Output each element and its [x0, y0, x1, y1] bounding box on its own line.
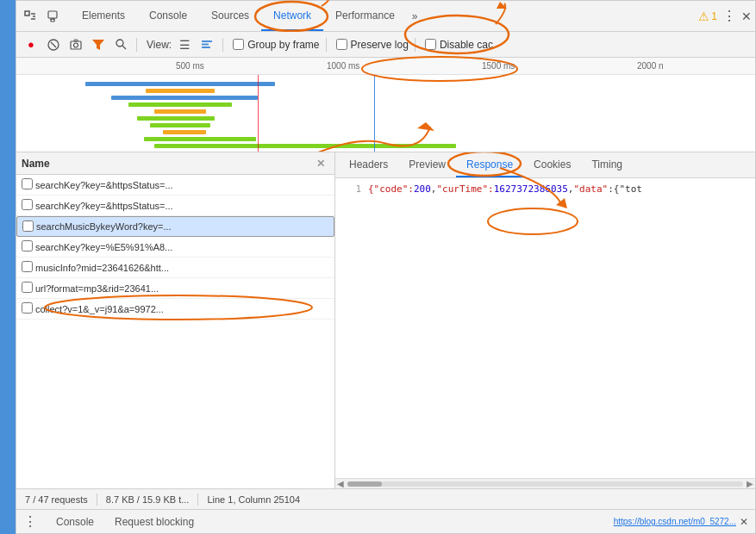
inspect-icon[interactable]: [20, 6, 41, 27]
console-tab-request-blocking[interactable]: Request blocking: [104, 510, 204, 533]
status-divider-2: [197, 494, 198, 506]
status-divider-1: [97, 494, 97, 506]
tab-response[interactable]: Response: [456, 152, 523, 177]
main-tabs: Elements Console Sources Network: [70, 1, 698, 31]
page-url[interactable]: https://blog.csdn.net/m0_5272...: [614, 517, 736, 526]
item-6-checkbox[interactable]: [22, 282, 33, 293]
svg-line-15: [122, 46, 126, 49]
timeline-bar-green-long: [154, 144, 456, 148]
timeline-bar-2: [146, 89, 215, 93]
filter-button[interactable]: [89, 35, 108, 54]
item-4-checkbox[interactable]: [22, 240, 33, 251]
console-menu-dots[interactable]: ⋮: [23, 513, 37, 530]
item-1-checkbox[interactable]: [22, 178, 33, 189]
list-view-button[interactable]: ☰: [175, 35, 194, 54]
waterfall-view-button[interactable]: [197, 35, 216, 54]
timeline-bar-8: [163, 130, 206, 134]
disable-cache-checkbox[interactable]: [425, 39, 436, 50]
item-7-name: collect?v=1&_v=j91&a=9972...: [35, 304, 329, 314]
list-item-selected[interactable]: searchMusicBykeyWord?key=...: [16, 216, 334, 237]
preserve-log-checkbox[interactable]: [336, 39, 347, 50]
item-3-checkbox[interactable]: [22, 220, 34, 232]
item-5-name: musicInfo?mid=23641626&htt...: [35, 263, 329, 273]
scrollbar-right-arrow[interactable]: ▶: [747, 479, 753, 488]
console-bar: ⋮ Console Request blocking https://blog.…: [16, 509, 755, 533]
toolbar-divider-2: [222, 38, 223, 52]
response-content[interactable]: 1 {"code":200,"curTime":1627372386035,"d…: [335, 178, 755, 478]
search-button[interactable]: [111, 35, 130, 54]
tab-console[interactable]: Console: [137, 1, 199, 31]
tab-network[interactable]: Network: [261, 1, 323, 31]
network-toolbar: ●: [16, 32, 755, 58]
console-tab-console[interactable]: Console: [46, 510, 104, 533]
network-list: Name ✕ searchKey?key=&httpsStatus=... se…: [16, 152, 335, 488]
timeline-bar-5: [154, 109, 206, 114]
list-item[interactable]: searchKey?key=&httpsStatus=...: [16, 175, 334, 196]
device-toolbar-icon[interactable]: [42, 6, 63, 27]
svg-rect-4: [48, 11, 57, 18]
tab-headers[interactable]: Headers: [339, 152, 398, 177]
item-1-name: searchKey?key=&httpsStatus=...: [35, 180, 329, 190]
timeline-bar-7: [150, 123, 210, 127]
list-header-close[interactable]: ✕: [312, 158, 329, 170]
tabs-more-button[interactable]: »: [407, 1, 423, 31]
devtools-tab-bar: Elements Console Sources Network: [16, 1, 755, 32]
clear-button[interactable]: [44, 35, 63, 54]
console-bar-close[interactable]: ✕: [740, 516, 748, 528]
camera-screenshot-button[interactable]: [66, 35, 85, 54]
group-by-frame-checkbox[interactable]: [233, 39, 244, 50]
devtools-close-button[interactable]: ✕: [741, 9, 752, 23]
timeline-bar-4: [128, 102, 232, 107]
tab-elements[interactable]: Elements: [70, 1, 137, 31]
right-panel: Headers Preview Response Cookies: [335, 152, 755, 488]
ruler-label-500: 500 ms: [176, 61, 204, 71]
group-by-frame-group: Group by frame: [233, 39, 319, 51]
list-item[interactable]: searchKey?key=%E5%91%A8...: [16, 237, 334, 258]
svg-marker-13: [92, 40, 104, 50]
tab-performance[interactable]: Performance: [323, 1, 407, 31]
timeline-content[interactable]: [16, 75, 755, 152]
item-5-checkbox[interactable]: [22, 261, 33, 272]
list-item[interactable]: url?format=mp3&rid=23641...: [16, 278, 334, 299]
record-button[interactable]: ●: [22, 35, 41, 54]
group-by-frame-label[interactable]: Group by frame: [247, 39, 319, 51]
tab-preview[interactable]: Preview: [398, 152, 456, 177]
item-4-name: searchKey?key=%E5%91%A8...: [35, 242, 329, 252]
item-3-name: searchMusicBykeyWord?key=...: [36, 221, 328, 232]
response-scrollbar[interactable]: ◀ ▶: [335, 478, 755, 488]
toolbar-divider-1: [136, 38, 137, 52]
svg-line-9: [51, 42, 56, 47]
warning-badge: ⚠ 1: [698, 9, 717, 23]
disable-cache-group: Disable cac: [425, 39, 493, 51]
list-item[interactable]: collect?v=1&_v=j91&a=9972...: [16, 299, 334, 320]
item-2-checkbox[interactable]: [22, 199, 33, 210]
list-header-name: Name: [22, 158, 312, 170]
tab-cookies[interactable]: Cookies: [523, 152, 581, 177]
preserve-log-label[interactable]: Preserve log: [351, 39, 409, 51]
timeline-vline-red: [258, 75, 259, 152]
svg-point-11: [74, 43, 78, 47]
item-2-name: searchKey?key=&httpsStatus=...: [35, 201, 329, 211]
timeline-area[interactable]: 500 ms 1000 ms 1500 ms 2000 n: [16, 58, 755, 152]
left-sidebar-indicator: [0, 0, 16, 534]
svg-rect-12: [74, 40, 78, 41]
timeline-bar-1: [85, 82, 275, 86]
scrollbar-thumb[interactable]: [347, 481, 382, 487]
transfer-size: 8.7 KB / 15.9 KB t...: [106, 494, 190, 505]
list-header: Name ✕: [16, 152, 334, 175]
devtools-menu-button[interactable]: ⋮: [722, 8, 736, 24]
disable-cache-label[interactable]: Disable cac: [440, 39, 493, 51]
svg-marker-19: [417, 122, 434, 131]
item-7-checkbox[interactable]: [22, 302, 33, 314]
tab-timing[interactable]: Timing: [581, 152, 633, 177]
list-item[interactable]: musicInfo?mid=23641626&htt...: [16, 258, 334, 278]
scrollbar-left-arrow[interactable]: ◀: [337, 479, 344, 488]
scrollbar-track[interactable]: [347, 481, 743, 487]
tab-sources[interactable]: Sources: [199, 1, 261, 31]
list-item[interactable]: searchKey?key=&httpsStatus=...: [16, 196, 334, 216]
timeline-bar-6: [137, 116, 215, 121]
requests-count: 7 / 47 requests: [25, 494, 88, 505]
timeline-vline-blue: [374, 75, 375, 152]
timeline-ruler: 500 ms 1000 ms 1500 ms 2000 n: [16, 58, 755, 75]
response-tab-bar: Headers Preview Response Cookies: [335, 152, 755, 178]
